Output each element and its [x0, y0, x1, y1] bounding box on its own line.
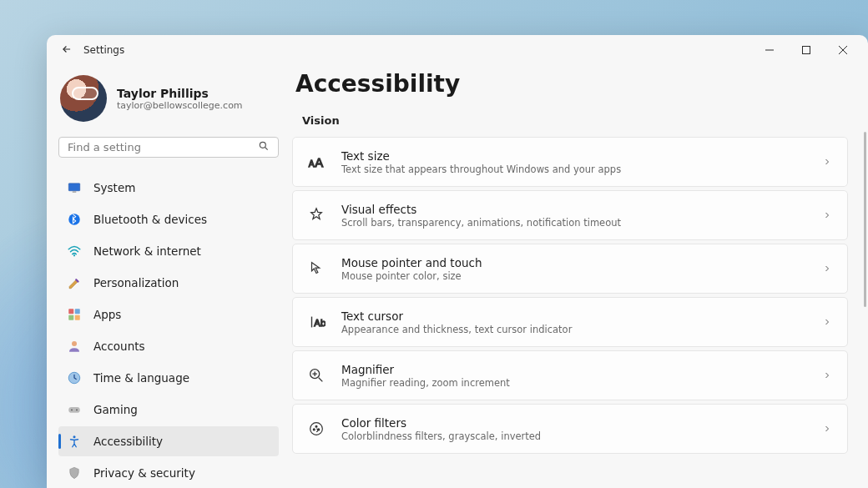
- bluetooth-icon: [67, 212, 82, 227]
- card-subtitle: Scroll bars, transparency, animations, n…: [341, 217, 822, 229]
- svg-point-29: [315, 425, 317, 427]
- section-label: Vision: [302, 114, 853, 127]
- cards-list: AAText sizeText size that appears throug…: [292, 137, 853, 454]
- profile-name: Taylor Phillips: [117, 87, 243, 100]
- card-title: Magnifier: [341, 363, 822, 376]
- svg-point-14: [72, 341, 77, 346]
- accounts-icon: [67, 339, 82, 354]
- accessibility-icon: [67, 434, 82, 449]
- svg-rect-11: [75, 309, 80, 314]
- cursor-icon: Ab: [305, 310, 328, 334]
- svg-point-4: [260, 142, 265, 148]
- network-icon: [67, 244, 82, 259]
- main-content: Accessibility Vision AAText sizeText siz…: [290, 65, 868, 488]
- sidebar-item-label: Bluetooth & devices: [93, 213, 207, 226]
- page-title: Accessibility: [295, 70, 853, 98]
- card-subtitle: Appearance and thickness, text cursor in…: [341, 324, 822, 335]
- sidebar-item-personalization[interactable]: Personalization: [58, 268, 279, 298]
- card-magnifier[interactable]: MagnifierMagnifier reading, zoom increme…: [292, 350, 848, 400]
- card-mouse[interactable]: Mouse pointer and touchMouse pointer col…: [292, 244, 848, 294]
- profile-email: taylor@bellowscollege.com: [117, 100, 243, 111]
- card-textsize[interactable]: AAText sizeText size that appears throug…: [292, 137, 848, 187]
- card-title: Visual effects: [341, 203, 822, 216]
- svg-text:Ab: Ab: [314, 318, 326, 329]
- mouse-icon: [305, 257, 328, 280]
- svg-rect-13: [75, 315, 80, 320]
- card-subtitle: Magnifier reading, zoom increment: [341, 377, 822, 389]
- svg-point-30: [313, 429, 315, 430]
- svg-point-19: [73, 435, 76, 438]
- sidebar-item-label: Time & language: [93, 371, 189, 385]
- svg-rect-12: [68, 315, 73, 320]
- svg-rect-7: [73, 192, 77, 193]
- settings-window: Settings Taylor Phillips taylor@bellowsc…: [47, 35, 868, 488]
- sidebar-item-accounts[interactable]: Accounts: [58, 331, 279, 361]
- back-button[interactable]: [53, 43, 80, 58]
- textsize-icon: AA: [305, 150, 328, 174]
- svg-point-18: [76, 409, 78, 410]
- minimize-button[interactable]: [751, 35, 788, 65]
- chevron-right-icon: [822, 421, 832, 437]
- card-title: Text cursor: [341, 309, 822, 323]
- sidebar-item-time[interactable]: Time & language: [58, 363, 279, 393]
- svg-rect-16: [68, 407, 80, 413]
- app-title: Settings: [83, 44, 124, 56]
- chevron-right-icon: [822, 314, 832, 330]
- personalization-icon: [67, 275, 82, 290]
- svg-line-25: [319, 378, 323, 382]
- sidebar-item-apps[interactable]: Apps: [58, 299, 279, 330]
- sidebar-item-label: Gaming: [93, 403, 138, 416]
- svg-rect-10: [68, 309, 73, 314]
- maximize-button[interactable]: [788, 35, 825, 65]
- sidebar-item-label: Network & internet: [93, 244, 201, 258]
- sidebar-item-network[interactable]: Network & internet: [58, 236, 279, 266]
- sidebar-item-bluetooth[interactable]: Bluetooth & devices: [58, 204, 279, 234]
- svg-point-17: [71, 409, 73, 410]
- avatar: [60, 75, 107, 122]
- sidebar-item-label: System: [93, 181, 135, 194]
- scroll-thumb[interactable]: [864, 132, 866, 307]
- privacy-icon: [67, 465, 82, 480]
- svg-text:A: A: [309, 159, 315, 169]
- gaming-icon: [67, 402, 82, 417]
- svg-point-9: [73, 254, 75, 256]
- card-title: Text size: [341, 149, 822, 163]
- card-cursor[interactable]: AbText cursorAppearance and thickness, t…: [292, 297, 848, 347]
- sidebar-item-label: Accounts: [93, 340, 145, 353]
- time-icon: [67, 370, 82, 385]
- sidebar-item-label: Apps: [93, 308, 121, 321]
- card-title: Color filters: [341, 416, 822, 430]
- svg-line-5: [265, 148, 268, 150]
- svg-rect-1: [803, 47, 810, 54]
- search-box[interactable]: [58, 137, 279, 158]
- apps-icon: [67, 307, 82, 322]
- card-subtitle: Mouse pointer color, size: [341, 270, 822, 282]
- svg-text:A: A: [315, 155, 323, 169]
- profile-block[interactable]: Taylor Phillips taylor@bellowscollege.co…: [55, 72, 282, 137]
- card-colorfilters[interactable]: Color filtersColorblindness filters, gra…: [292, 404, 848, 454]
- chevron-right-icon: [822, 208, 832, 224]
- card-title: Mouse pointer and touch: [341, 256, 822, 269]
- close-button[interactable]: [825, 35, 861, 65]
- sidebar-item-label: Privacy & security: [93, 466, 195, 480]
- search-icon: [258, 139, 270, 155]
- system-icon: [67, 180, 82, 195]
- svg-rect-6: [68, 184, 80, 191]
- sidebar-item-label: Accessibility: [93, 435, 163, 448]
- sidebar-item-system[interactable]: System: [58, 173, 279, 203]
- chevron-right-icon: [822, 154, 832, 170]
- colorfilters-icon: [305, 417, 328, 440]
- search-input[interactable]: [68, 141, 258, 153]
- card-subtitle: Text size that appears throughout Window…: [341, 164, 822, 175]
- sidebar-item-label: Personalization: [93, 276, 179, 289]
- sidebar-item-accessibility[interactable]: Accessibility: [58, 426, 279, 456]
- card-subtitle: Colorblindness filters, grayscale, inver…: [341, 430, 822, 442]
- sidebar: Taylor Phillips taylor@bellowscollege.co…: [47, 65, 290, 488]
- chevron-right-icon: [822, 261, 832, 277]
- sidebar-item-gaming[interactable]: Gaming: [58, 395, 279, 425]
- sidebar-nav: SystemBluetooth & devicesNetwork & inter…: [55, 173, 282, 488]
- magnifier-icon: [305, 364, 328, 387]
- titlebar: Settings: [47, 35, 868, 65]
- sidebar-item-privacy[interactable]: Privacy & security: [58, 458, 279, 488]
- card-effects[interactable]: Visual effectsScroll bars, transparency,…: [292, 190, 848, 240]
